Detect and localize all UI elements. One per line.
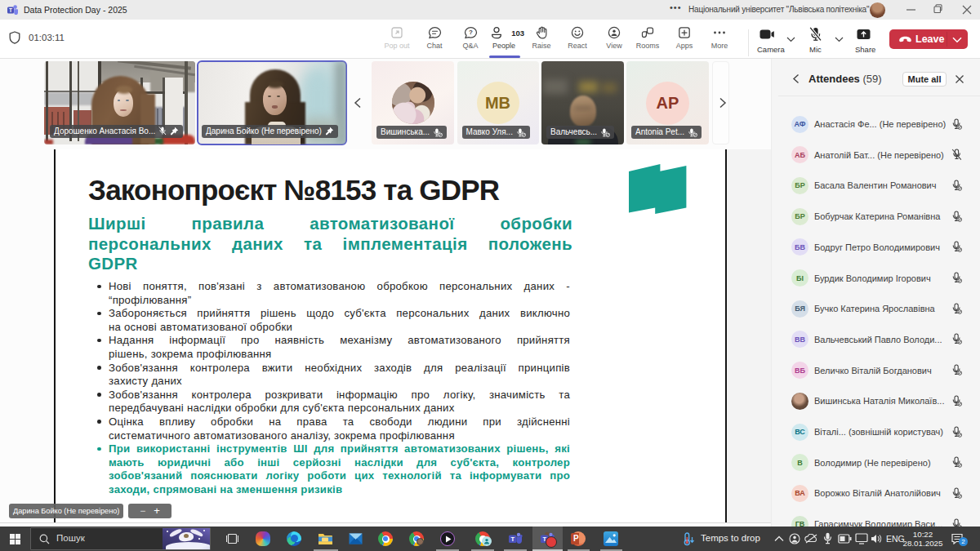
- svg-text:?: ?: [469, 29, 473, 36]
- svg-text:T: T: [9, 7, 12, 13]
- svg-text:T: T: [510, 535, 514, 543]
